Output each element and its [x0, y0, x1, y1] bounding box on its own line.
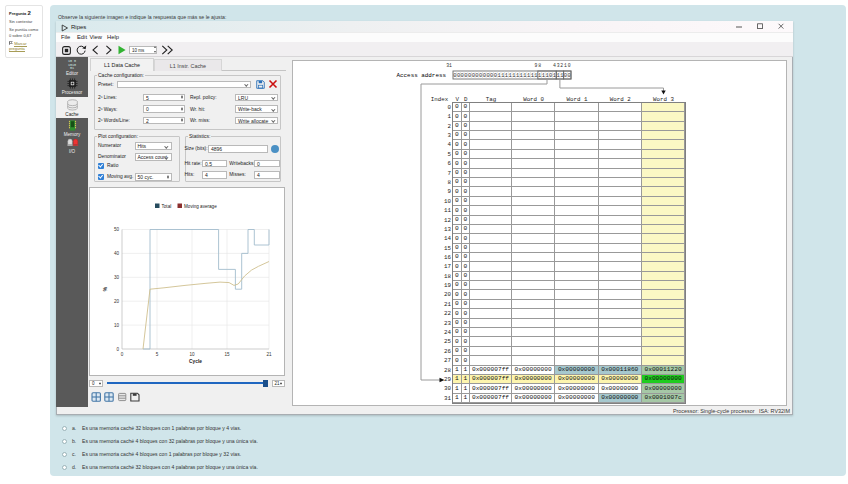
svg-text:0: 0 — [121, 352, 124, 357]
svg-text:40: 40 — [114, 251, 120, 256]
svg-text:10: 10 — [114, 323, 120, 328]
svg-text:5: 5 — [156, 352, 159, 357]
svg-text:21: 21 — [266, 352, 272, 357]
svg-text:Cycle: Cycle — [189, 359, 202, 364]
svg-text:%: % — [103, 286, 108, 291]
svg-text:30: 30 — [114, 275, 120, 280]
svg-text:20: 20 — [114, 299, 120, 304]
svg-text:50: 50 — [114, 227, 120, 232]
svg-text:15: 15 — [224, 352, 230, 357]
svg-text:Total: Total — [162, 204, 172, 209]
svg-text:Moving average: Moving average — [184, 204, 217, 209]
svg-text:10: 10 — [189, 352, 195, 357]
svg-text:0: 0 — [116, 347, 119, 352]
